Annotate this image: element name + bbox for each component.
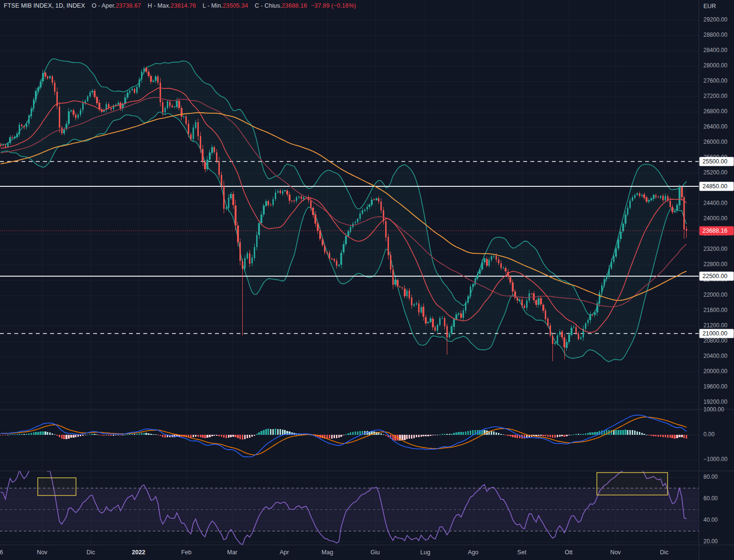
candle-body	[388, 237, 389, 255]
macd-histogram-bar	[256, 434, 258, 435]
macd-histogram-bar	[98, 435, 100, 435]
candle-body	[378, 198, 379, 202]
price-level-label-23688.16[interactable]: 23688.16	[700, 226, 734, 235]
candle-body	[373, 199, 375, 200]
candle-body	[202, 149, 203, 162]
candle-body	[206, 160, 208, 169]
macd-histogram-bar	[451, 434, 452, 435]
price-level-label-21000.00[interactable]: 21000.00	[700, 329, 734, 338]
candle-body	[421, 307, 422, 312]
price-tick-label: 21200.00	[703, 322, 727, 329]
macd-histogram-bar	[197, 435, 199, 437]
macd-histogram-bar	[575, 434, 577, 435]
price-tick-label: 28800.00	[703, 32, 727, 38]
candle-body	[526, 301, 528, 308]
candle-body	[326, 252, 328, 253]
candle-body	[599, 292, 600, 303]
candle-body	[401, 288, 403, 288]
rsi-highlight-box-2[interactable]	[597, 473, 668, 495]
price-tick-label: 19200.00	[703, 398, 727, 405]
price-level-label-24850.00[interactable]: 24850.00	[700, 182, 734, 191]
candle-body	[467, 296, 469, 302]
candle-body	[496, 256, 497, 260]
macd-histogram-bar	[115, 435, 117, 435]
time-label-6: 6	[0, 549, 3, 556]
macd-histogram-bar	[150, 434, 151, 435]
macd-histogram-bar	[686, 435, 687, 439]
open-label: O - Aper.	[92, 2, 116, 9]
candle-body	[31, 108, 32, 116]
macd-histogram-bar	[268, 429, 269, 435]
macd-histogram-bar	[143, 433, 145, 435]
candle-body	[193, 128, 194, 139]
candle-body	[385, 221, 387, 237]
macd-histogram-bar	[470, 431, 471, 435]
macd-histogram-bar	[404, 435, 405, 440]
candle-body	[477, 274, 478, 279]
candle-body	[620, 232, 621, 239]
candle-body	[47, 76, 48, 78]
candle-body	[608, 269, 610, 276]
macd-histogram-bar	[355, 431, 356, 435]
candle-body	[463, 311, 464, 318]
candle-body	[152, 81, 154, 82]
candle-body	[160, 83, 161, 102]
macd-histogram-bar	[9, 434, 11, 435]
macd-histogram-bar	[80, 435, 81, 436]
macd-histogram-bar	[467, 431, 469, 435]
macd-histogram-bar	[578, 434, 579, 435]
ohlc-legend: FTSE MIB INDEX, 1D, INDEXO - Aper.23738.…	[4, 2, 356, 9]
candle-body	[648, 200, 649, 202]
candle-body	[604, 279, 605, 286]
macd-histogram-bar	[127, 434, 128, 435]
macd-histogram-bar	[493, 431, 495, 435]
candle-body	[643, 194, 645, 197]
macd-histogram-bar	[589, 432, 591, 435]
candle-body	[509, 277, 511, 283]
candle-body	[683, 197, 685, 229]
macd-histogram-bar	[559, 435, 561, 437]
high-value: 23814.76	[171, 2, 196, 9]
rsi-tick-label: 60.00	[703, 495, 718, 502]
chart-canvas[interactable]: EUR29200.0028800.0028400.0028000.0027600…	[0, 0, 734, 560]
price-level-label-25500.00[interactable]: 25500.00	[700, 157, 734, 166]
macd-histogram-bar	[669, 435, 671, 438]
candle-body	[427, 322, 429, 323]
macd-histogram-bar	[52, 433, 53, 435]
rsi-tick-label: 40.00	[703, 517, 718, 523]
candle-body	[437, 325, 438, 331]
time-label-Dic: Dic	[86, 549, 95, 556]
macd-histogram-bar	[463, 432, 464, 435]
price-label-text: 24850.00	[702, 183, 727, 190]
macd-histogram-bar	[70, 435, 72, 438]
price-level-label-22500.00[interactable]: 22500.00	[700, 272, 734, 281]
macd-histogram-bar	[449, 434, 450, 435]
candle-body	[481, 262, 483, 269]
candle-body	[622, 224, 624, 231]
macd-histogram-bar	[221, 435, 222, 437]
candle-body	[671, 207, 673, 212]
candle-body	[178, 101, 180, 108]
candle-body	[404, 289, 405, 296]
candle-body	[110, 108, 112, 109]
symbol-title[interactable]: FTSE MIB INDEX, 1D, INDEX	[4, 2, 85, 9]
candle-body	[568, 334, 570, 342]
macd-histogram-bar	[164, 435, 166, 438]
candle-body	[606, 276, 607, 279]
candle-body	[80, 110, 81, 115]
candle-body	[162, 102, 163, 112]
macd-histogram-bar	[119, 435, 121, 435]
macd-histogram-bar	[54, 434, 55, 435]
macd-histogram-bar	[33, 432, 34, 435]
time-label-Ago: Ago	[468, 549, 478, 556]
candle-body	[226, 207, 227, 209]
candle-body	[575, 327, 577, 334]
candle-body	[96, 97, 97, 103]
macd-histogram-bar	[401, 435, 403, 440]
macd-histogram-bar	[331, 435, 333, 439]
rsi-highlight-box-1[interactable]	[38, 478, 76, 495]
candle-body	[465, 302, 466, 311]
candle-body	[425, 317, 426, 323]
candle-body	[432, 319, 433, 327]
macd-histogram-bar	[244, 435, 246, 439]
